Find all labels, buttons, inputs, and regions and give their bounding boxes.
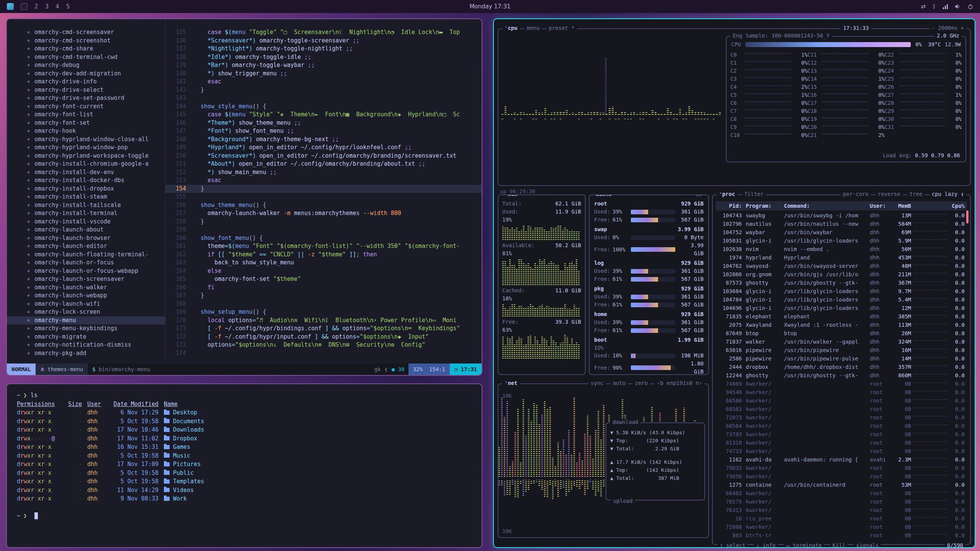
code-line[interactable]: 137 *Nightlight*) omarchy-toggle-nightli… — [165, 45, 482, 53]
code-line[interactable]: 149 *Hyprland*) open_in_editor ~/.config… — [165, 143, 482, 152]
code-line[interactable]: 156 show_theme_menu() { — [165, 201, 482, 210]
code-line[interactable]: 145 case $(menu "Style" "❉ Theme\n✒ Font… — [165, 111, 482, 119]
process-row[interactable]: 2444 dropbox /home/dhh/.dropbox-dist dhh… — [716, 363, 967, 371]
per-core-toggle[interactable]: per-core — [841, 191, 871, 197]
io-toggle[interactable]: io — [693, 194, 704, 197]
filter-button[interactable]: filter — [742, 191, 766, 197]
terminal-body[interactable]: ~❯ls Permissions Size User Date Modified… — [7, 384, 482, 527]
menu-button[interactable]: menu — [524, 25, 542, 31]
code-line[interactable]: 155 — [165, 193, 482, 201]
signals-hint[interactable]: signals — [854, 542, 881, 548]
file-item[interactable]: ∗omarchy-font-current — [7, 103, 165, 111]
refresh-interval[interactable]: - 2000ms + — [929, 25, 966, 31]
code-line[interactable]: 142 } — [165, 86, 482, 95]
code-line[interactable]: 135 case $(menu "Toggle" "▢ Screensaver\… — [165, 28, 482, 37]
file-item[interactable]: ∗omarchy-hyprland-window-close-all — [7, 135, 165, 144]
code-line[interactable]: 141 esac — [165, 78, 482, 86]
file-item[interactable]: ∗omarchy-font-list — [7, 111, 165, 119]
process-row[interactable]: 63816 pipewire /usr/bin/pipewire dhh 16M… — [716, 346, 967, 354]
process-row[interactable]: 94540 kworker/ root 0B 0.0 — [716, 388, 967, 396]
file-item[interactable]: ∗omarchy-launch-about — [7, 226, 165, 234]
select-hint[interactable]: ↑ select — [717, 542, 748, 548]
file-item[interactable]: ∗omarchy-cmd-share — [7, 45, 165, 53]
process-row[interactable]: 73656 kworker/ root 0B 0.0 — [716, 472, 967, 481]
code-line[interactable]: 174 — [165, 349, 482, 358]
process-row[interactable]: 1162 avahi-da avahi-daemon: running [ av… — [716, 455, 967, 464]
code-line[interactable]: 146 *Theme*) show_theme_menu ;; — [165, 119, 482, 127]
code-line[interactable]: 166 fi — [165, 284, 482, 292]
code-line[interactable]: 157 omarchy-launch-walker -m menus:omarc… — [165, 209, 482, 218]
net-auto-button[interactable]: auto — [611, 380, 628, 386]
file-item[interactable]: ∗omarchy-launch-webapp — [7, 292, 165, 300]
code-line[interactable]: 139 *Bar*) omarchy-toggle-waybar ;; — [165, 61, 482, 70]
workspace-4[interactable]: 4 — [56, 3, 59, 10]
process-row[interactable]: 68584 kworker/ root 0B 0.0 — [716, 422, 967, 430]
code-line[interactable]: 150 *Screensaver*) open_in_editor ~/.con… — [165, 152, 482, 160]
code-line[interactable]: 158 } — [165, 218, 482, 226]
code-line[interactable]: 140 *) show_trigger_menu ;; — [165, 70, 482, 78]
file-item[interactable]: ∗omarchy-launch-or-focus-webapp — [7, 267, 165, 276]
file-item[interactable]: ∗omarchy-install-vscode — [7, 218, 165, 226]
process-row[interactable]: 76575 kworker/ root 0B 0.0 — [716, 497, 967, 506]
process-row[interactable]: 16 rcu_pree root 0B 0.0 — [716, 514, 967, 523]
preset-button[interactable]: preset * — [546, 25, 577, 31]
process-row[interactable]: 71835 elephant elephant dhh 385M 0.0 — [716, 312, 967, 321]
file-item[interactable]: ∗omarchy-migrate — [7, 333, 165, 341]
file-item[interactable]: ∗omarchy-cmd-screensaver — [7, 28, 165, 37]
process-row[interactable]: 68402 kworker/ root 0B 0.0 — [716, 489, 967, 497]
code-line[interactable]: 159 — [165, 226, 482, 234]
net-sync-button[interactable]: sync — [588, 380, 606, 386]
stats-icon[interactable] — [943, 4, 948, 9]
process-row[interactable]: 72088 kworker/ root 0B 0.0 — [716, 523, 967, 531]
code-line[interactable]: 169 show_setup_menu() { — [165, 308, 482, 316]
file-item[interactable]: ∗omarchy-drive-set-password — [7, 94, 165, 103]
process-row[interactable]: 12244 ghostty /usr/bin/ghostty --gtk- dh… — [716, 371, 967, 380]
code-line[interactable]: 136 *Screensaver*) omarchy-toggle-screen… — [165, 37, 482, 45]
file-item[interactable]: ∗omarchy-install-terminal — [7, 209, 165, 218]
process-row[interactable]: 68583 kworker/ root 0B 0.0 — [716, 405, 967, 413]
file-item[interactable]: ∗omarchy-font-set — [7, 119, 165, 127]
process-row[interactable]: 72073 kworker/ root 0B 0.0 — [716, 413, 967, 422]
file-item[interactable]: ∗omarchy-install-dev-env — [7, 168, 165, 177]
workspace-app-icon-2[interactable] — [21, 3, 28, 10]
workspace-3[interactable]: 3 — [45, 3, 49, 10]
file-item[interactable]: ∗omarchy-launch-screensaver — [7, 275, 165, 284]
workspace-app-icon[interactable] — [7, 3, 14, 10]
bluetooth-icon[interactable]: ᛒ — [933, 3, 936, 10]
proc-scrollbar[interactable] — [966, 210, 969, 223]
code-line[interactable]: 144 show_style_menu() { — [165, 103, 482, 111]
file-item[interactable]: ∗omarchy-launch-wifi — [7, 300, 165, 308]
process-row[interactable]: 87649 btop btop dhh 26M 0.0 — [716, 329, 967, 337]
file-item[interactable]: ∗omarchy-install-docker-dbs — [7, 176, 165, 185]
process-row[interactable]: 68586 kworker/ root 0B 0.0 — [716, 396, 967, 405]
code-line[interactable]: 170 local options="♬ Audio\n≋ Wifi\nᛒ Bl… — [165, 316, 482, 325]
file-item[interactable]: ∗omarchy-launch-browser — [7, 234, 165, 243]
file-item[interactable]: ∗omarchy-launch-editor — [7, 242, 165, 251]
code-pane[interactable]: 135 case $(menu "Toggle" "▢ Screensaver\… — [165, 19, 482, 364]
file-item[interactable]: ∗omarchy-cmd-screenshot — [7, 37, 165, 45]
code-line[interactable]: 151 *About*) open_in_editor ~/.config/om… — [165, 160, 482, 168]
tree-toggle[interactable]: tree — [907, 191, 925, 197]
file-item[interactable]: ∗omarchy-hook — [7, 127, 165, 135]
process-row[interactable]: 104743 swaybg /usr/bin/swaybg -i /hom dh… — [716, 211, 967, 220]
process-row[interactable]: 104762 swayosd- /usr/bin/swayosd-server … — [716, 262, 967, 270]
workspace-2[interactable]: 2 — [34, 3, 38, 10]
file-item[interactable]: ∗omarchy-dev-add-migration — [7, 70, 165, 78]
process-row[interactable]: 103684 glycin-i /usr/lib/glycin-loaders … — [716, 287, 967, 295]
kill-hint[interactable]: Kill — [830, 542, 848, 548]
process-row[interactable]: 74733 kworker/ root 0B 0.0 — [716, 447, 967, 455]
code-line[interactable]: 163 back_to show_style_menu — [165, 259, 482, 267]
file-item[interactable]: ∗omarchy-install-tailscale — [7, 201, 165, 210]
file-item[interactable]: ∗omarchy-launch-floating-terminal- — [7, 251, 165, 259]
file-item[interactable]: ∗omarchy-pkg-add — [7, 349, 165, 358]
process-row[interactable]: 102866 org.gnom /usr/bin/gjs /usr/lib/o … — [716, 270, 967, 279]
code-line[interactable]: 148 *Background*) omarchy-theme-bg-next … — [165, 135, 482, 144]
process-row[interactable]: 102796 nautilus /usr/bin/nautilus --new … — [716, 220, 967, 228]
process-row[interactable]: 73703 kworker/ root 0B 0.0 — [716, 430, 967, 439]
process-row[interactable]: 74869 kworker/ root 0B 0.0 — [716, 380, 967, 388]
file-item[interactable]: ∗omarchy-cmd-terminal-cwd — [7, 53, 165, 62]
process-row[interactable]: 104696 glycin-i /usr/lib/glycin-loaders … — [716, 304, 967, 312]
sort-selector[interactable]: cpu lazy ↕ — [929, 191, 966, 197]
net-interface-selector[interactable]: ‹b enp191s0 n› — [655, 380, 704, 386]
code-line[interactable]: 165 omarchy-font-set "$theme" — [165, 275, 482, 284]
